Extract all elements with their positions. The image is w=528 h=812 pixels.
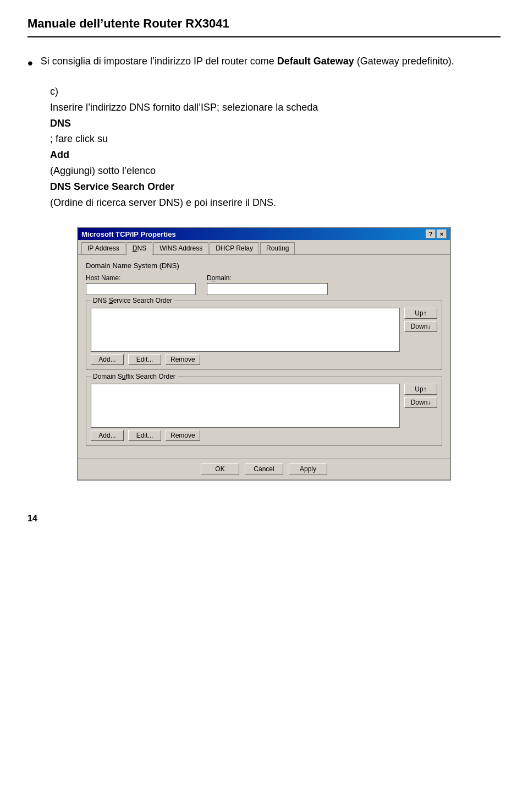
tab-routing-label: Routing bbox=[266, 244, 289, 252]
dns-service-group: DNS Service Search Order Up↑ Down↓ Add..… bbox=[86, 301, 442, 370]
host-name-field: Host Name: bbox=[86, 274, 196, 295]
help-button[interactable]: ? bbox=[426, 230, 436, 238]
suffix-list[interactable] bbox=[91, 384, 400, 428]
dns-side-buttons: Up↑ Down↓ bbox=[404, 308, 437, 352]
suffix-underline-u: u bbox=[122, 373, 126, 380]
tab-ip-address[interactable]: IP Address bbox=[81, 242, 125, 254]
tab-routing[interactable]: Routing bbox=[260, 242, 295, 254]
titlebar-buttons: ? × bbox=[426, 230, 447, 238]
tab-wins-label: WINS Address bbox=[160, 244, 202, 252]
para-c-text: c) Inserire l’indirizzo DNS fornito dall… bbox=[35, 84, 501, 210]
cancel-button[interactable]: Cancel bbox=[245, 463, 283, 475]
tab-wins[interactable]: WINS Address bbox=[153, 242, 208, 254]
domain-label: Domain: bbox=[207, 274, 328, 282]
para-c: c) Inserire l’indirizzo DNS fornito dall… bbox=[35, 84, 501, 210]
dns-list[interactable] bbox=[91, 308, 400, 352]
page-header: Manuale dell’utente Router RX3041 bbox=[28, 17, 501, 37]
section-title: Domain Name System (DNS) bbox=[86, 261, 442, 270]
dialog-titlebar: Microsoft TCP/IP Properties ? × bbox=[78, 228, 450, 240]
page-footer: 14 bbox=[28, 514, 501, 524]
dialog-footer: OK Cancel Apply bbox=[78, 458, 450, 479]
tab-dhcp-label: DHCP Relay bbox=[216, 244, 253, 252]
dialog-body: Domain Name System (DNS) Host Name: Doma… bbox=[78, 255, 450, 458]
tab-dns-label: DNS bbox=[133, 244, 146, 252]
suffix-down-button[interactable]: Down↓ bbox=[404, 397, 437, 408]
dns-underline-s: S bbox=[109, 297, 113, 304]
dns-group-inner: Up↑ Down↓ bbox=[91, 308, 437, 352]
ok-button[interactable]: OK bbox=[201, 463, 239, 475]
apply-button[interactable]: Apply bbox=[289, 463, 327, 475]
bullet-text-1: Si consiglia di impostare l’indirizzo IP… bbox=[41, 54, 454, 69]
dns-add-button[interactable]: Add... bbox=[91, 354, 124, 365]
dialog-title: Microsoft TCP/IP Properties bbox=[81, 230, 176, 238]
dialog: Microsoft TCP/IP Properties ? × IP Addre… bbox=[77, 227, 451, 481]
form-row: Host Name: Domain: bbox=[86, 274, 442, 295]
suffix-group: Domain Suffix Search Order Up↑ Down↓ Add… bbox=[86, 377, 442, 446]
suffix-side-buttons: Up↑ Down↓ bbox=[404, 384, 437, 428]
suffix-remove-button[interactable]: Remove bbox=[166, 430, 200, 441]
dns-remove-button[interactable]: Remove bbox=[166, 354, 200, 365]
domain-input[interactable] bbox=[207, 283, 328, 295]
dns-group-legend: DNS Service Search Order bbox=[91, 297, 174, 304]
host-name-label: Host Name: bbox=[86, 274, 196, 282]
dns-up-button[interactable]: Up↑ bbox=[404, 308, 437, 319]
dns-bottom-buttons: Add... Edit... Remove bbox=[91, 354, 437, 365]
dialog-tabs: IP Address DNS WINS Address DHCP Relay R… bbox=[78, 240, 450, 255]
bullet-item-1: • Si consiglia di impostare l’indirizzo … bbox=[28, 54, 501, 75]
dns-edit-button[interactable]: Edit... bbox=[128, 354, 161, 365]
close-button[interactable]: × bbox=[437, 230, 447, 238]
suffix-add-button[interactable]: Add... bbox=[91, 430, 124, 441]
domain-field: Domain: bbox=[207, 274, 328, 295]
suffix-up-button[interactable]: Up↑ bbox=[404, 384, 437, 395]
content-area: • Si consiglia di impostare l’indirizzo … bbox=[28, 54, 501, 210]
suffix-group-legend: Domain Suffix Search Order bbox=[91, 373, 178, 380]
page-number: 14 bbox=[28, 514, 37, 523]
bullet-icon: • bbox=[28, 52, 33, 75]
tab-ip-label: IP Address bbox=[87, 244, 119, 252]
dialog-wrapper: Microsoft TCP/IP Properties ? × IP Addre… bbox=[28, 227, 501, 481]
tab-dhcp[interactable]: DHCP Relay bbox=[210, 242, 259, 254]
suffix-group-inner: Up↑ Down↓ bbox=[91, 384, 437, 428]
suffix-edit-button[interactable]: Edit... bbox=[128, 430, 161, 441]
host-name-input[interactable] bbox=[86, 283, 196, 295]
dns-down-button[interactable]: Down↓ bbox=[404, 321, 437, 332]
page-title: Manuale dell’utente Router RX3041 bbox=[28, 17, 501, 31]
suffix-bottom-buttons: Add... Edit... Remove bbox=[91, 430, 437, 441]
tab-dns[interactable]: DNS bbox=[127, 242, 152, 255]
